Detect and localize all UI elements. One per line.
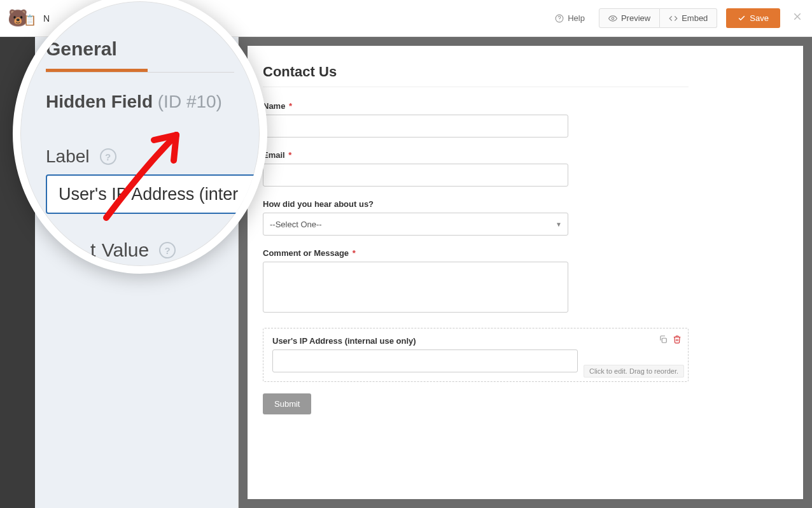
hidden-field-hint: Click to edit. Drag to reorder.	[584, 365, 684, 377]
hear-select[interactable]: --Select One--	[263, 213, 568, 236]
svg-point-1	[559, 20, 560, 20]
comment-field[interactable]: Comment or Message *	[263, 248, 689, 315]
help-label: Help	[568, 13, 585, 23]
help-tooltip-icon-2[interactable]: ?	[159, 242, 176, 258]
save-button[interactable]: Save	[726, 8, 780, 28]
editing-title-fragment: N	[43, 13, 50, 24]
form-title: Contact Us	[263, 64, 689, 87]
help-tooltip-icon[interactable]: ?	[100, 148, 116, 165]
svg-point-2	[612, 17, 614, 20]
duplicate-icon[interactable]	[659, 335, 668, 346]
delete-icon[interactable]	[673, 335, 682, 346]
hidden-field-input[interactable]	[272, 349, 578, 372]
close-button[interactable]	[792, 11, 803, 25]
zoom-tab-general[interactable]: General	[46, 38, 234, 69]
name-label: Name *	[263, 101, 689, 111]
brand-logo: 🐻 📋	[9, 6, 34, 31]
zoom-field-id: (ID #10)	[158, 92, 222, 111]
name-input[interactable]	[263, 115, 568, 138]
code-icon	[669, 14, 678, 23]
hear-field[interactable]: How did you hear about us? --Select One-…	[263, 199, 689, 236]
save-label: Save	[750, 13, 769, 23]
zoom-magnifier: General Hidden Field (ID #10) Label ? Us…	[13, 0, 267, 274]
form-canvas: Contact Us Name * Email * How did you he…	[248, 46, 803, 499]
embed-label: Embed	[682, 13, 708, 23]
submit-button[interactable]: Submit	[263, 393, 311, 414]
preview-embed-group: Preview Embed	[599, 8, 717, 28]
svg-rect-3	[662, 338, 666, 342]
email-label: Email *	[263, 150, 689, 160]
zoom-label-input[interactable]: User's IP Address (inter	[46, 174, 262, 214]
email-input[interactable]	[263, 164, 568, 187]
canvas-wrap: Contact Us Name * Email * How did you he…	[239, 37, 812, 508]
help-icon	[555, 14, 564, 23]
name-field[interactable]: Name *	[263, 101, 689, 138]
zoom-label-caption: Label	[46, 146, 90, 167]
comment-label: Comment or Message *	[263, 248, 689, 258]
zoom-value-caption: t Value	[90, 239, 149, 261]
hidden-field-label: User's IP Address (internal use only)	[272, 336, 679, 346]
email-field[interactable]: Email *	[263, 150, 689, 187]
comment-textarea[interactable]	[263, 262, 568, 313]
embed-button[interactable]: Embed	[660, 8, 717, 28]
help-link[interactable]: Help	[546, 9, 594, 27]
card-icon: 📋	[24, 14, 36, 26]
preview-label: Preview	[621, 13, 650, 23]
hidden-field-block[interactable]: User's IP Address (internal use only) Cl…	[263, 328, 689, 382]
hear-label: How did you hear about us?	[263, 199, 689, 209]
zoom-field-heading: Hidden Field (ID #10)	[46, 92, 234, 112]
preview-button[interactable]: Preview	[599, 8, 660, 28]
eye-icon	[608, 14, 617, 23]
check-icon	[738, 14, 746, 22]
